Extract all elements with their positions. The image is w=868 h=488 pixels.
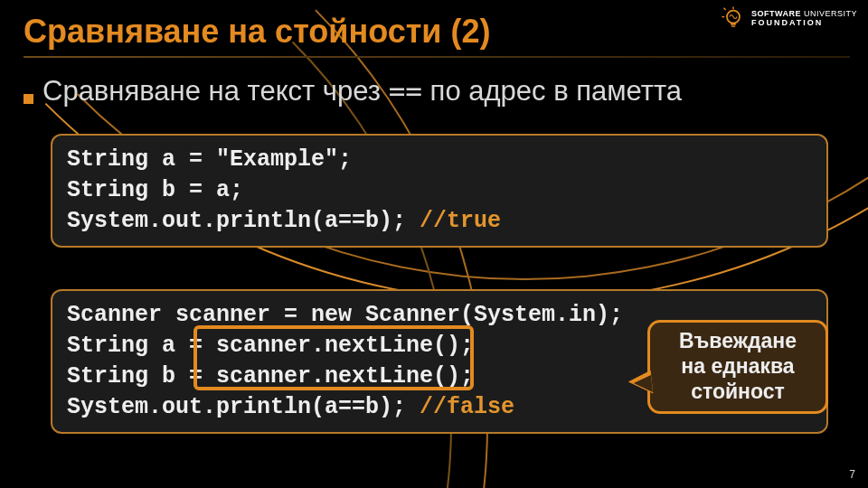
page-number: 7 xyxy=(849,468,855,481)
bullet-text-pre: Сравняване на текст чрез xyxy=(42,75,389,107)
callout-line: на еднаква xyxy=(657,353,818,379)
callout-line: Въвеждане xyxy=(657,328,818,353)
logo-text-line2: FOUNDATION xyxy=(751,19,857,27)
bullet-text-post: по адрес в паметта xyxy=(422,75,682,107)
logo: SOFTWARE UNIVERSITY FOUNDATION xyxy=(721,5,857,31)
code-comment: //true xyxy=(420,208,501,234)
code-comment: //false xyxy=(420,394,514,420)
slide-title: Сравняване на стойности (2) xyxy=(24,13,490,51)
code-line: String b = a; xyxy=(67,175,812,206)
title-rule xyxy=(24,56,850,58)
code-block-1: String a = "Example"; String b = a; Syst… xyxy=(51,134,828,248)
code-line: System.out.println(a==b); //true xyxy=(67,206,812,237)
bullet-square-icon xyxy=(24,94,33,104)
bullet-text-mono: == xyxy=(389,74,422,107)
callout-bubble: Въвеждане на еднаква стойност xyxy=(647,320,828,414)
logo-text-line1: SOFTWARE UNIVERSITY xyxy=(751,10,857,18)
svg-line-3 xyxy=(723,8,725,10)
callout-line: стойност xyxy=(657,379,818,404)
bullet-item: Сравняване на текст чрез == по адрес в п… xyxy=(24,74,682,108)
lightbulb-icon xyxy=(721,5,746,31)
code-line: String a = "Example"; xyxy=(67,145,812,175)
